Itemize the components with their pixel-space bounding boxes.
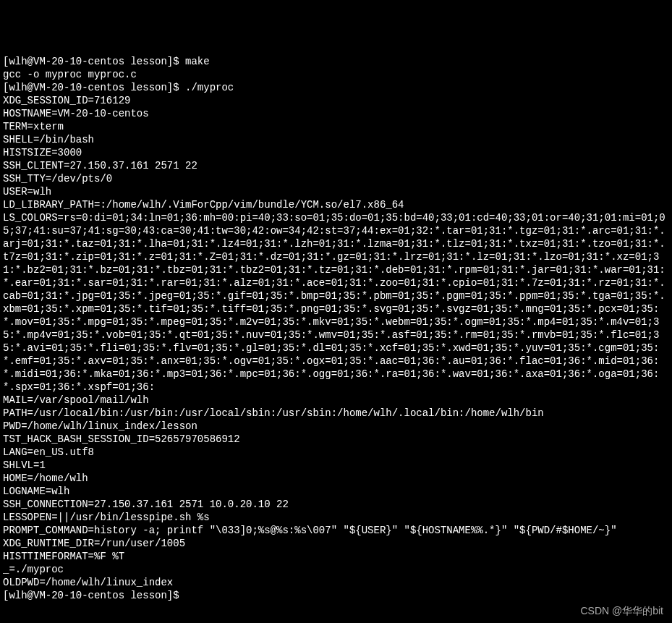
terminal-line: [wlh@VM-20-10-centos lesson]$ make xyxy=(3,55,669,68)
terminal-line: SSH_CONNECTION=27.150.37.161 2571 10.0.2… xyxy=(3,498,669,511)
terminal-line: XDG_SESSION_ID=716129 xyxy=(3,94,669,107)
terminal-line: TERM=xterm xyxy=(3,120,669,133)
terminal-line: [wlh@VM-20-10-centos lesson]$ ./myproc xyxy=(3,81,669,94)
terminal-line: LD_LIBRARY_PATH=:/home/wlh/.VimForCpp/vi… xyxy=(3,198,669,211)
terminal-line: gcc -o myproc myproc.c xyxy=(3,68,669,81)
terminal-line: USER=wlh xyxy=(3,185,669,198)
terminal-line: TST_HACK_BASH_SESSION_ID=52657970586912 xyxy=(3,433,669,446)
terminal-line: LANG=en_US.utf8 xyxy=(3,446,669,459)
terminal-line: HISTTIMEFORMAT=%F %T xyxy=(3,550,669,563)
terminal-line: PATH=/usr/local/bin:/usr/bin:/usr/local/… xyxy=(3,407,669,420)
terminal-line: OLDPWD=/home/wlh/linux_index xyxy=(3,576,669,589)
terminal-line: SHELL=/bin/bash xyxy=(3,133,669,146)
terminal-line: MAIL=/var/spool/mail/wlh xyxy=(3,394,669,407)
terminal-line: SHLVL=1 xyxy=(3,459,669,472)
terminal-line: XDG_RUNTIME_DIR=/run/user/1005 xyxy=(3,537,669,550)
terminal-line: [wlh@VM-20-10-centos lesson]$ xyxy=(3,589,669,602)
watermark-text: CSDN @华华的bit xyxy=(580,604,663,617)
terminal-line: LESSOPEN=||/usr/bin/lesspipe.sh %s xyxy=(3,511,669,524)
terminal-line: PROMPT_COMMAND=history -a; printf "\033]… xyxy=(3,524,669,537)
terminal-line: HOSTNAME=VM-20-10-centos xyxy=(3,107,669,120)
terminal-output[interactable]: [wlh@VM-20-10-centos lesson]$ makegcc -o… xyxy=(3,55,669,602)
terminal-line: SSH_TTY=/dev/pts/0 xyxy=(3,172,669,185)
terminal-line: HOME=/home/wlh xyxy=(3,472,669,485)
terminal-line: HISTSIZE=3000 xyxy=(3,146,669,159)
terminal-line: PWD=/home/wlh/linux_index/lesson xyxy=(3,420,669,433)
terminal-line: LOGNAME=wlh xyxy=(3,485,669,498)
terminal-line: SSH_CLIENT=27.150.37.161 2571 22 xyxy=(3,159,669,172)
terminal-line: LS_COLORS=rs=0:di=01;34:ln=01;36:mh=00:p… xyxy=(3,211,669,394)
terminal-line: _=./myproc xyxy=(3,563,669,576)
